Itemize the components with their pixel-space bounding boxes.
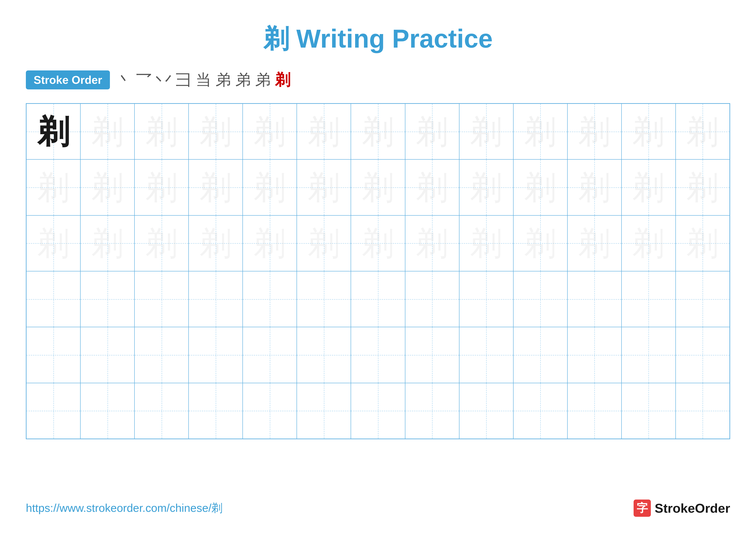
grid-cell[interactable]: 剃 xyxy=(676,159,730,215)
grid-cell[interactable]: 剃 xyxy=(134,104,189,159)
grid-cell[interactable]: 剃 xyxy=(567,104,622,159)
grid-cell[interactable]: 剃 xyxy=(676,104,730,159)
grid-cell[interactable] xyxy=(459,327,513,383)
footer: https://www.strokeorder.com/chinese/剃 字 … xyxy=(26,499,730,517)
grid-cell[interactable] xyxy=(405,271,459,327)
grid-cell[interactable] xyxy=(351,327,405,383)
grid-cell[interactable] xyxy=(676,327,730,383)
grid-cell[interactable] xyxy=(567,383,622,439)
stroke-order-row: Stroke Order 丶 乛 丷 彐 当 弟 弟 弟 剃 xyxy=(26,69,730,90)
stroke-4: 彐 xyxy=(176,69,191,90)
grid-cell[interactable] xyxy=(134,327,189,383)
grid-cell[interactable]: 剃 xyxy=(26,216,80,271)
grid-cell[interactable] xyxy=(513,383,567,439)
grid-cell[interactable]: 剃 xyxy=(297,159,351,215)
stroke-6: 弟 xyxy=(216,69,231,90)
stroke-5: 当 xyxy=(196,69,211,90)
grid-cell[interactable] xyxy=(676,271,730,327)
grid-cell[interactable]: 剃 xyxy=(459,216,513,271)
grid-cell[interactable]: 剃 xyxy=(676,216,730,271)
grid-cell[interactable]: 剃 xyxy=(134,216,189,271)
grid-cell[interactable]: 剃 xyxy=(243,159,297,215)
grid-cell[interactable] xyxy=(26,383,80,439)
grid-cell[interactable]: 剃 xyxy=(26,159,80,215)
grid-cell[interactable]: 剃 xyxy=(243,104,297,159)
grid-cell[interactable]: 剃 xyxy=(26,104,80,159)
grid-cell[interactable] xyxy=(513,271,567,327)
grid-cell[interactable]: 剃 xyxy=(189,159,243,215)
logo-text: StrokeOrder xyxy=(655,501,730,516)
grid-cell[interactable]: 剃 xyxy=(189,104,243,159)
grid-cell[interactable] xyxy=(134,383,189,439)
footer-logo: 字 StrokeOrder xyxy=(634,499,730,517)
grid-cell[interactable] xyxy=(297,383,351,439)
grid-cell[interactable] xyxy=(243,327,297,383)
grid-cell[interactable] xyxy=(189,271,243,327)
practice-grid: 剃剃剃剃剃剃剃剃剃剃剃剃剃剃剃剃剃剃剃剃剃剃剃剃剃剃剃剃剃剃剃剃剃剃剃剃剃剃剃 xyxy=(26,103,730,439)
grid-cell[interactable]: 剃 xyxy=(513,159,567,215)
grid-cell[interactable]: 剃 xyxy=(80,104,134,159)
grid-cell[interactable] xyxy=(459,271,513,327)
grid-cell[interactable]: 剃 xyxy=(513,104,567,159)
grid-cell[interactable]: 剃 xyxy=(405,216,459,271)
stroke-1: 丶 xyxy=(116,69,132,90)
stroke-order-badge: Stroke Order xyxy=(26,70,110,89)
grid-cell[interactable]: 剃 xyxy=(189,216,243,271)
page: 剃 Writing Practice Stroke Order 丶 乛 丷 彐 … xyxy=(0,0,756,534)
grid-cell[interactable]: 剃 xyxy=(459,159,513,215)
grid-cell[interactable]: 剃 xyxy=(351,159,405,215)
grid-cell[interactable]: 剃 xyxy=(80,159,134,215)
grid-cell[interactable]: 剃 xyxy=(622,104,676,159)
grid-cell[interactable] xyxy=(622,383,676,439)
stroke-2: 乛 xyxy=(136,69,152,90)
grid-cell[interactable] xyxy=(622,271,676,327)
grid-cell[interactable]: 剃 xyxy=(134,159,189,215)
grid-cell[interactable] xyxy=(351,383,405,439)
grid-cell[interactable] xyxy=(567,271,622,327)
stroke-sequence: 丶 乛 丷 彐 当 弟 弟 弟 剃 xyxy=(116,69,290,90)
grid-cell[interactable]: 剃 xyxy=(351,104,405,159)
grid-cell[interactable]: 剃 xyxy=(80,216,134,271)
stroke-3: 丷 xyxy=(156,69,172,90)
stroke-7: 弟 xyxy=(235,69,251,90)
grid-cell[interactable]: 剃 xyxy=(513,216,567,271)
stroke-9: 剃 xyxy=(275,69,290,90)
grid-cell[interactable]: 剃 xyxy=(567,159,622,215)
grid-cell[interactable] xyxy=(26,271,80,327)
grid-cell[interactable]: 剃 xyxy=(567,216,622,271)
grid-cell[interactable] xyxy=(297,271,351,327)
grid-cell[interactable]: 剃 xyxy=(351,216,405,271)
grid-cell[interactable] xyxy=(80,383,134,439)
grid-cell[interactable] xyxy=(134,271,189,327)
grid-cell[interactable]: 剃 xyxy=(405,104,459,159)
grid-cell[interactable]: 剃 xyxy=(243,216,297,271)
grid-cell[interactable]: 剃 xyxy=(622,216,676,271)
grid-cell[interactable] xyxy=(189,383,243,439)
grid-cell[interactable]: 剃 xyxy=(459,104,513,159)
grid-cell[interactable] xyxy=(567,327,622,383)
grid-cell[interactable] xyxy=(243,271,297,327)
stroke-8: 弟 xyxy=(255,69,271,90)
grid-cell[interactable]: 剃 xyxy=(405,159,459,215)
grid-cell[interactable]: 剃 xyxy=(297,104,351,159)
footer-url: https://www.strokeorder.com/chinese/剃 xyxy=(26,501,223,516)
grid-cell[interactable]: 剃 xyxy=(297,216,351,271)
grid-cell[interactable] xyxy=(351,271,405,327)
grid-cell[interactable] xyxy=(676,383,730,439)
grid-cell[interactable] xyxy=(243,383,297,439)
grid-cell[interactable] xyxy=(459,383,513,439)
logo-icon: 字 xyxy=(634,499,651,517)
grid-cell[interactable] xyxy=(622,327,676,383)
grid-cell[interactable] xyxy=(80,271,134,327)
page-title: 剃 Writing Practice xyxy=(26,21,730,57)
grid-cell[interactable] xyxy=(297,327,351,383)
grid-cell[interactable]: 剃 xyxy=(622,159,676,215)
grid-cell[interactable] xyxy=(26,327,80,383)
grid-cell[interactable] xyxy=(405,383,459,439)
grid-cell[interactable] xyxy=(405,327,459,383)
grid-cell[interactable] xyxy=(80,327,134,383)
grid-cell[interactable] xyxy=(189,327,243,383)
grid-cell[interactable] xyxy=(513,327,567,383)
